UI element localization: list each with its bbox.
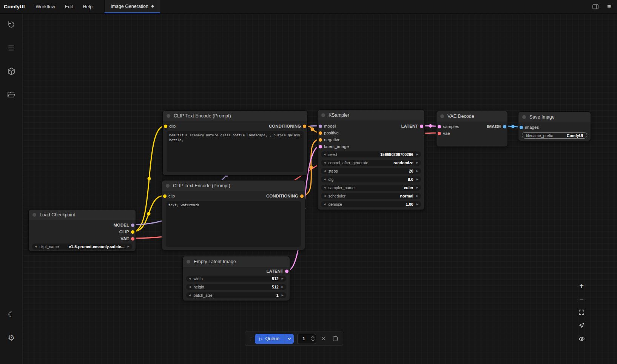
widget-increment-icon[interactable]: ▶ <box>416 201 418 207</box>
widget-decrement-icon[interactable]: ◀ <box>324 168 325 174</box>
input-port-samples[interactable] <box>438 125 441 128</box>
widget-increment-icon[interactable]: ▶ <box>128 244 130 250</box>
widget-seed[interactable]: ◀ seed 156680208700286 ▶ <box>321 151 421 157</box>
output-port-conditioning[interactable] <box>303 125 306 128</box>
widget-decrement-icon[interactable]: ◀ <box>189 276 191 282</box>
widget-increment-icon[interactable]: ▶ <box>416 160 418 166</box>
input-port-model[interactable] <box>319 125 322 128</box>
node-clip-text-encode-positive[interactable]: CLIP Text Encode (Prompt) clip CONDITION… <box>162 110 308 176</box>
zoom-out-button[interactable]: − <box>576 293 587 305</box>
input-label: images <box>525 125 539 130</box>
stop-icon[interactable] <box>331 335 339 343</box>
step-down-icon[interactable] <box>311 339 315 341</box>
node-save-image[interactable]: Save Image images filename_prefix ComfyU… <box>518 111 591 141</box>
widget-decrement-icon[interactable]: ◀ <box>35 244 37 250</box>
toggle-panel-icon[interactable] <box>591 3 600 11</box>
widget-increment-icon[interactable]: ▶ <box>416 151 418 157</box>
input-port-clip[interactable] <box>163 194 167 198</box>
node-empty-latent-image[interactable]: Empty Latent Image LATENT ◀ width 512 ▶ … <box>182 256 290 301</box>
queue-button[interactable]: ▷ Queue <box>255 334 284 344</box>
tab-image-generation[interactable]: Image Generation <box>104 0 160 13</box>
select-mode-button[interactable] <box>576 320 587 331</box>
widget-name: cfg <box>328 177 408 182</box>
node-clip-text-encode-negative[interactable]: CLIP Text Encode (Prompt) clip CONDITION… <box>162 180 305 250</box>
collapse-dot[interactable] <box>166 184 170 188</box>
widget-increment-icon[interactable]: ▶ <box>416 176 418 182</box>
toggle-visibility-button[interactable] <box>576 333 587 344</box>
widget-decrement-icon[interactable]: ◀ <box>324 201 325 207</box>
widget-decrement-icon[interactable]: ◀ <box>324 193 325 199</box>
prompt-textarea[interactable]: beautiful scenery nature glass bottle la… <box>167 131 304 172</box>
prompt-textarea[interactable]: text, watermark <box>166 201 301 247</box>
node-vae-decode[interactable]: VAE Decode samples IMAGE vae <box>436 111 508 147</box>
widget-decrement-icon[interactable]: ◀ <box>189 284 191 290</box>
widget-increment-icon[interactable]: ▶ <box>416 168 418 174</box>
widget-ckpt-name[interactable]: ◀ ckpt_name v1-5-pruned-emaonly.safete..… <box>32 244 132 250</box>
widget-control-after-generate[interactable]: ◀ control_after_generate randomize ▶ <box>321 160 421 166</box>
settings-gear-icon[interactable]: ⚙ <box>6 332 17 344</box>
drag-handle-icon[interactable]: ⋮ <box>248 336 251 342</box>
node-canvas[interactable]: Load Checkpoint MODEL CLIP VAE ◀ ckpt_na… <box>23 14 617 364</box>
output-port-latent[interactable] <box>285 270 288 273</box>
widget-name: batch_size <box>193 293 276 298</box>
collapse-dot[interactable] <box>321 113 325 117</box>
widget-increment-icon[interactable]: ▶ <box>416 185 418 191</box>
widget-increment-icon[interactable]: ▶ <box>282 292 284 298</box>
workflows-folder-icon[interactable] <box>6 89 17 100</box>
fit-view-button[interactable] <box>576 307 587 318</box>
output-port-clip[interactable] <box>131 230 134 234</box>
widget-denoise[interactable]: ◀ denoise 1.00 ▶ <box>321 201 421 207</box>
collapse-dot[interactable] <box>187 260 190 264</box>
menu-edit[interactable]: Edit <box>60 0 78 13</box>
widget-decrement-icon[interactable]: ◀ <box>189 292 191 298</box>
input-port-latent-image[interactable] <box>319 145 322 148</box>
collapse-dot[interactable] <box>522 115 526 119</box>
widget-increment-icon[interactable]: ▶ <box>282 284 284 290</box>
history-icon[interactable] <box>6 19 17 30</box>
input-port-images[interactable] <box>520 126 523 129</box>
widget-cfg[interactable]: ◀ cfg 8.0 ▶ <box>321 176 421 182</box>
zoom-in-button[interactable]: + <box>576 280 587 292</box>
model-library-icon[interactable] <box>6 66 17 77</box>
widget-decrement-icon[interactable]: ◀ <box>324 151 325 157</box>
collapse-dot[interactable] <box>167 114 170 118</box>
queue-list-icon[interactable] <box>6 42 17 54</box>
collapse-dot[interactable] <box>440 114 444 118</box>
input-port-clip[interactable] <box>164 125 167 128</box>
widget-batch-size[interactable]: ◀ batch_size 1 ▶ <box>186 292 286 298</box>
output-port-image[interactable] <box>503 125 506 128</box>
widget-width[interactable]: ◀ width 512 ▶ <box>186 276 286 282</box>
clear-queue-icon[interactable]: × <box>319 335 328 343</box>
output-port-vae[interactable] <box>131 237 134 241</box>
output-port-conditioning[interactable] <box>300 194 304 198</box>
node-ksampler[interactable]: KSampler model LATENT positive negative … <box>317 110 425 210</box>
input-port-vae[interactable] <box>438 132 441 135</box>
widget-filename-prefix[interactable]: filename_prefix ComfyUI <box>522 132 587 139</box>
queue-toolbar: ⋮ ▷ Queue 1 × <box>245 332 343 346</box>
widget-decrement-icon[interactable]: ◀ <box>324 160 325 166</box>
batch-count-input[interactable]: 1 <box>297 334 316 344</box>
widget-value: 156680208700286 <box>380 152 413 157</box>
output-port-latent[interactable] <box>420 125 423 128</box>
theme-moon-icon[interactable]: ☾ <box>6 309 17 320</box>
menu-workflow[interactable]: Workflow <box>31 0 60 13</box>
step-up-icon[interactable] <box>311 336 315 338</box>
node-header: Save Image <box>518 112 591 122</box>
widget-decrement-icon[interactable]: ◀ <box>324 176 325 182</box>
widget-height[interactable]: ◀ height 512 ▶ <box>186 284 286 290</box>
widget-decrement-icon[interactable]: ◀ <box>324 185 325 191</box>
widget-steps[interactable]: ◀ steps 20 ▶ <box>321 168 421 174</box>
queue-dropdown-button[interactable] <box>284 334 294 344</box>
hamburger-menu-icon[interactable]: ≡ <box>605 3 613 11</box>
menu-help[interactable]: Help <box>78 0 97 13</box>
widget-increment-icon[interactable]: ▶ <box>282 276 284 282</box>
output-port-model[interactable] <box>131 224 134 227</box>
widget-increment-icon[interactable]: ▶ <box>416 193 418 199</box>
widget-sampler-name[interactable]: ◀ sampler_name euler ▶ <box>321 185 421 191</box>
input-port-negative[interactable] <box>319 138 322 142</box>
app-logo[interactable]: ComfyUI <box>0 0 31 13</box>
input-port-positive[interactable] <box>319 131 322 135</box>
node-load-checkpoint[interactable]: Load Checkpoint MODEL CLIP VAE ◀ ckpt_na… <box>28 209 136 251</box>
widget-scheduler[interactable]: ◀ scheduler normal ▶ <box>321 193 421 199</box>
collapse-dot[interactable] <box>32 213 36 217</box>
